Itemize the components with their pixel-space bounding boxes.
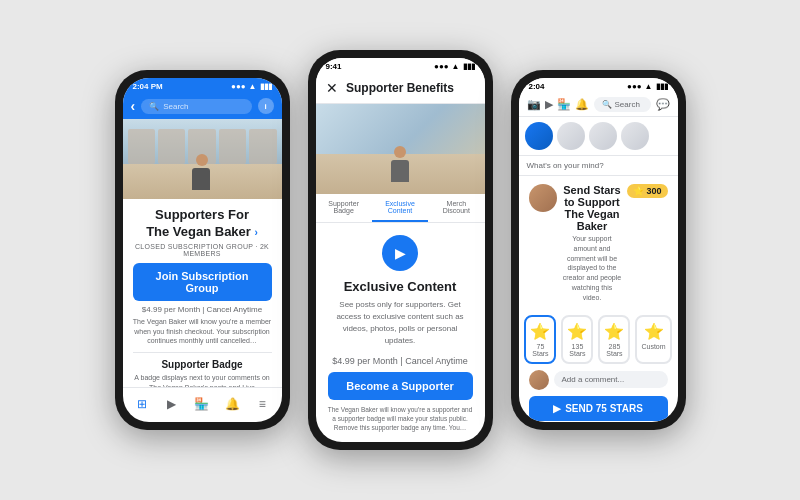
wifi-icon-3: ▲	[645, 82, 653, 91]
phone-2: 9:41 ●●● ▲ ▮▮▮ ✕ Supporter Benefits	[308, 50, 493, 450]
signal-icon-3: ●●●	[627, 82, 642, 91]
group-subtitle: CLOSED SUBSCRIPTION GROUP · 2K MEMBERS	[133, 243, 272, 257]
badge-desc: A badge displays next to your comments o…	[133, 373, 272, 387]
bottom-nav-1: ⊞ ▶ 🏪 🔔 ≡	[123, 387, 282, 422]
video-icon-3[interactable]: ▶	[545, 98, 553, 111]
status-icons-2: ●●● ▲ ▮▮▮	[434, 62, 474, 71]
comment-input[interactable]: Add a comment...	[554, 371, 668, 388]
stars-title-block: Send Stars to SupportThe Vegan Baker You…	[563, 184, 622, 303]
story-avatar-3[interactable]	[589, 122, 617, 150]
wifi-icon-2: ▲	[452, 62, 460, 71]
p2-footer: $4.99 per Month | Cancel Anytime Become …	[316, 348, 485, 442]
story-bar	[519, 117, 678, 156]
p2-header: ✕ Supporter Benefits	[316, 73, 485, 104]
story-avatar-2[interactable]	[557, 122, 585, 150]
nav-store[interactable]: 🏪	[192, 394, 212, 414]
benefit-section: ▶ Exclusive Content See posts only for s…	[316, 223, 485, 348]
stars-desc: Your support amount and comment will be …	[563, 234, 622, 303]
status-bar-2: 9:41 ●●● ▲ ▮▮▮	[316, 58, 485, 73]
hero-image-1	[123, 119, 282, 199]
creator-avatar	[529, 184, 557, 212]
p2-price-text: $4.99 per Month | Cancel Anytime	[328, 356, 473, 366]
stars-badge-count: 300	[646, 186, 661, 196]
signal-icon: ●●●	[231, 82, 246, 91]
benefit-title: Exclusive Content	[330, 279, 471, 294]
tab-supporter-badge[interactable]: SupporterBadge	[316, 194, 372, 222]
search-bar-1[interactable]: 🔍 Search	[141, 99, 251, 114]
back-icon[interactable]: ‹	[131, 98, 136, 114]
messenger-icon[interactable]: 💬	[656, 98, 670, 111]
status-icons-3: ●●● ▲ ▮▮▮	[627, 82, 667, 91]
star-count-75: 75 Stars	[530, 343, 550, 357]
bell-icon[interactable]: 🔔	[575, 98, 589, 111]
star-option-custom[interactable]: ⭐ Custom	[635, 315, 671, 364]
stars-title: Send Stars to SupportThe Vegan Baker	[563, 184, 622, 232]
status-bar-1: 2:04 PM ●●● ▲ ▮▮▮	[123, 78, 282, 93]
whats-on-mind[interactable]: What's on your mind?	[519, 156, 678, 176]
story-avatar-4[interactable]	[621, 122, 649, 150]
p2-benefit-content: ▶ Exclusive Content See posts only for s…	[316, 223, 485, 348]
stars-card: Send Stars to SupportThe Vegan Baker You…	[519, 176, 678, 422]
story-avatar-1[interactable]	[525, 122, 553, 150]
star-count-285: 285 Stars	[604, 343, 624, 357]
price-text-1: $4.99 per Month | Cancel Anytime	[133, 305, 272, 314]
nav-notifications[interactable]: 🔔	[222, 394, 242, 414]
shop-icon[interactable]: 🏪	[557, 98, 571, 111]
tabs-row: SupporterBadge ExclusiveContent MerchDis…	[316, 194, 485, 223]
battery-icon-2: ▮▮▮	[463, 62, 475, 71]
status-icons-1: ●●● ▲ ▮▮▮	[231, 82, 271, 91]
nav-video[interactable]: ▶	[162, 394, 182, 414]
join-subscription-button[interactable]: Join Subscription Group	[133, 263, 272, 301]
p3-left-icons: 📷 ▶ 🏪 🔔	[527, 98, 589, 111]
star-options: ⭐ 75 Stars ⭐ 135 Stars ⭐ 285 Stars ⭐ Cus…	[529, 315, 668, 364]
status-time-1: 2:04 PM	[133, 82, 163, 91]
group-title: Supporters For The Vegan Baker ›	[133, 207, 272, 241]
p3-search-bar[interactable]: 🔍 Search	[594, 97, 651, 112]
star-option-75[interactable]: ⭐ 75 Stars	[524, 315, 556, 364]
group-desc-text: The Vegan Baker will know you're a membe…	[133, 317, 272, 346]
group-title-arrow: ›	[255, 227, 258, 238]
star-option-285[interactable]: ⭐ 285 Stars	[598, 315, 630, 364]
star-emoji-135: ⭐	[567, 322, 587, 341]
p3-right-icons: 💬	[656, 98, 670, 111]
star-option-135[interactable]: ⭐ 135 Stars	[561, 315, 593, 364]
p3-header: 📷 ▶ 🏪 🔔 🔍 Search 💬	[519, 93, 678, 117]
p3-search-placeholder: Search	[615, 100, 640, 109]
nav-menu[interactable]: ≡	[252, 394, 272, 414]
info-button-1[interactable]: i	[258, 98, 274, 114]
badge-section: Supporter Badge A badge displays next to…	[133, 359, 272, 387]
stars-badge-icon: ⭐	[633, 186, 644, 196]
benefit-icon: ▶	[382, 235, 418, 271]
search-icon-3: 🔍	[602, 100, 612, 109]
p2-title: Supporter Benefits	[346, 81, 454, 95]
star-count-custom: Custom	[641, 343, 665, 350]
badge-title: Supporter Badge	[133, 359, 272, 370]
stars-header-row: Send Stars to SupportThe Vegan Baker You…	[529, 184, 668, 303]
wifi-icon: ▲	[249, 82, 257, 91]
close-button-2[interactable]: ✕	[326, 80, 338, 96]
battery-icon-3: ▮▮▮	[656, 82, 668, 91]
p2-hero-image	[316, 104, 485, 194]
stars-badge: ⭐ 300	[627, 184, 667, 198]
star-emoji-75: ⭐	[530, 322, 550, 341]
mind-text: What's on your mind?	[527, 161, 670, 170]
signal-icon-2: ●●●	[434, 62, 449, 71]
send-btn-label: SEND 75 STARS	[565, 403, 643, 414]
nav-home[interactable]: ⊞	[132, 394, 152, 414]
star-count-135: 135 Stars	[567, 343, 587, 357]
fb-header: ‹ 🔍 Search i	[123, 93, 282, 119]
star-emoji-285: ⭐	[604, 322, 624, 341]
camera-icon[interactable]: 📷	[527, 98, 541, 111]
send-stars-button[interactable]: ▶ SEND 75 STARS	[529, 396, 668, 421]
tab-exclusive-content[interactable]: ExclusiveContent	[372, 194, 428, 222]
status-time-3: 2:04	[529, 82, 545, 91]
divider-1	[133, 352, 272, 353]
tab-merch-discount[interactable]: MerchDiscount	[428, 194, 484, 222]
benefit-desc: See posts only for supporters. Get acces…	[330, 299, 471, 347]
search-placeholder-1: Search	[163, 102, 188, 111]
star-emoji-custom: ⭐	[641, 322, 665, 341]
status-bar-3: 2:04 ●●● ▲ ▮▮▮	[519, 78, 678, 93]
group-content: Supporters For The Vegan Baker › CLOSED …	[123, 199, 282, 387]
comment-row: Add a comment...	[529, 370, 668, 390]
become-supporter-button[interactable]: Become a Supporter	[328, 372, 473, 400]
